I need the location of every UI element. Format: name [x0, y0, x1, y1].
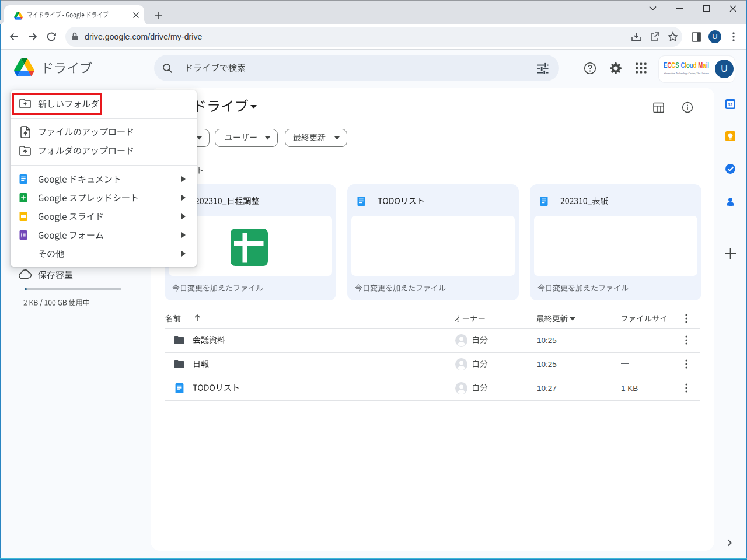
svg-text:31: 31 [728, 102, 733, 107]
